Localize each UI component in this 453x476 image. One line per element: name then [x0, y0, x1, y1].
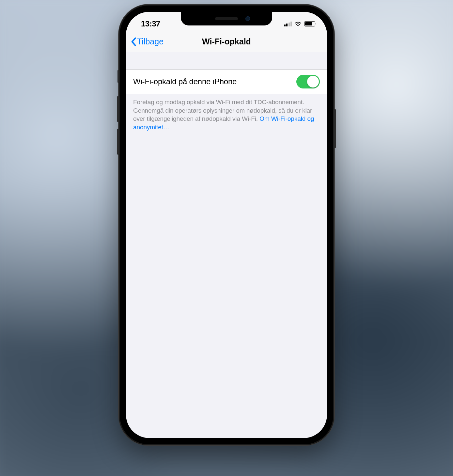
volume-down-button	[117, 129, 119, 155]
volume-up-button	[117, 96, 119, 122]
back-button[interactable]: Tilbage	[131, 37, 164, 46]
notch	[181, 12, 272, 25]
nav-bar: Tilbage Wi-Fi-opkald	[126, 31, 327, 52]
front-camera	[245, 16, 250, 21]
wifi-calling-toggle[interactable]	[296, 75, 320, 88]
wifi-calling-label: Wi-Fi-opkald på denne iPhone	[133, 77, 237, 86]
power-button	[334, 109, 336, 148]
wifi-calling-row: Wi-Fi-opkald på denne iPhone	[126, 69, 327, 94]
footer-description: Foretag og modtag opkald via Wi-Fi med d…	[126, 94, 327, 132]
chevron-left-icon	[131, 37, 136, 46]
phone-frame: 13:37	[119, 5, 334, 445]
section-spacer	[126, 52, 327, 69]
status-time: 13:37	[141, 19, 160, 28]
toggle-knob	[307, 76, 319, 87]
back-label: Tilbage	[137, 37, 164, 46]
speaker-grille	[215, 17, 238, 20]
battery-icon	[304, 21, 315, 26]
battery-level	[305, 22, 312, 25]
wifi-icon	[294, 21, 302, 26]
phone-screen: 13:37	[126, 12, 327, 438]
content-area: Wi-Fi-opkald på denne iPhone Foretag og …	[126, 52, 327, 132]
silent-switch	[117, 70, 119, 83]
cellular-signal-icon	[284, 21, 292, 26]
phone-mockup: 13:37	[119, 5, 334, 445]
status-right	[284, 21, 316, 26]
